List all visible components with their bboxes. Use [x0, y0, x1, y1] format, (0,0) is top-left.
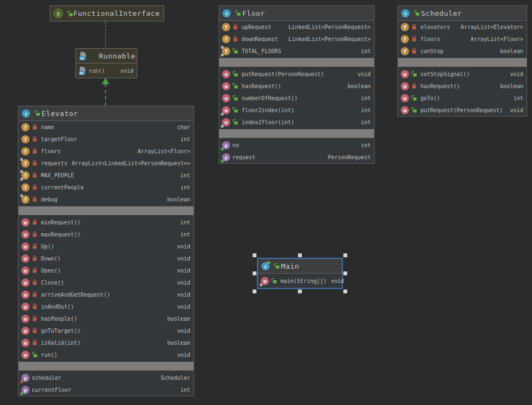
- method-row[interactable]: marriveAndGetRequest()void: [19, 288, 194, 300]
- class-node-main[interactable]: cMainmmain(String[])void: [257, 258, 343, 289]
- class-node-scheduler[interactable]: cSchedulerfelevatorsArrayList<Elevator>f…: [397, 5, 527, 117]
- class-header-main[interactable]: cMain: [258, 259, 342, 274]
- selection-handle[interactable]: [343, 290, 347, 293]
- method-row[interactable]: mminRequest()int: [19, 216, 194, 228]
- method-row[interactable]: mhasRequest()boolean: [398, 80, 527, 92]
- selection-handle[interactable]: [253, 290, 256, 293]
- compiled-row[interactable]: 01run()void: [76, 63, 137, 78]
- field-icon: f: [21, 171, 30, 180]
- private-lock-icon: [32, 231, 38, 238]
- method-row[interactable]: mgoTo()int: [398, 92, 527, 104]
- class-header-runnable[interactable]: 01Runnable: [76, 49, 137, 63]
- field-row[interactable]: fupRequestLinkedList<PersonRequest>: [219, 21, 374, 33]
- method-row[interactable]: msetStopSignal()void: [398, 68, 527, 80]
- public-lock-icon: [232, 83, 238, 89]
- section-separator: [219, 58, 374, 67]
- class-node-floor[interactable]: cFloorfupRequestLinkedList<PersonRequest…: [219, 5, 375, 164]
- member-name: arriveAndGetRequest(): [41, 292, 110, 298]
- method-row[interactable]: mrun()void: [19, 349, 194, 361]
- field-icon: f: [21, 159, 30, 167]
- field-row[interactable]: felevatorsArrayList<Elevator>: [398, 21, 527, 33]
- private-lock-icon: [32, 136, 38, 142]
- method-row[interactable]: minAndOut()void: [19, 300, 194, 313]
- class-node-runnable[interactable]: 01Runnable01run()void: [75, 48, 137, 78]
- method-icon: m: [21, 230, 30, 239]
- field-row[interactable]: frequestsArrayList<LinkedList<PersonRequ…: [19, 157, 194, 169]
- method-row[interactable]: mgoToTarget()void: [19, 325, 194, 337]
- annotation-edge: [105, 21, 106, 48]
- member-name: goToTarget(): [41, 328, 80, 334]
- property-row[interactable]: pnoint: [219, 139, 374, 151]
- member-name: hasRequest(): [242, 83, 281, 89]
- class-node-functional-interface[interactable]: @FunctionalInterface: [50, 5, 164, 21]
- class-icon: c: [223, 9, 231, 18]
- member-name: TOTAL_FLOORS: [242, 48, 281, 54]
- selection-handle[interactable]: [298, 253, 302, 257]
- method-row[interactable]: mnumberOfRequest()int: [219, 92, 374, 104]
- public-lock-icon: [232, 107, 238, 113]
- selection-handle[interactable]: [253, 253, 256, 257]
- method-icon: m: [222, 82, 230, 90]
- member-name: currentPeople: [41, 184, 84, 190]
- class-title: Floor: [242, 9, 265, 18]
- method-row[interactable]: misValid(int)boolean: [19, 337, 194, 349]
- selection-handle[interactable]: [343, 271, 347, 275]
- field-row[interactable]: fcanStopboolean: [398, 45, 527, 57]
- section-separator: [398, 58, 527, 67]
- field-row[interactable]: fdebugboolean: [19, 193, 194, 205]
- field-row[interactable]: fTOTAL_FLOORSint: [219, 45, 374, 57]
- method-icon: m: [401, 82, 409, 90]
- member-name: floor2index(int): [242, 107, 294, 113]
- public-lock-icon: [414, 10, 420, 16]
- member-name: floors: [420, 36, 440, 42]
- member-name: hasRequest(): [420, 83, 460, 89]
- method-row[interactable]: mmaxRequest()int: [19, 228, 194, 240]
- method-row[interactable]: mhasRequest()boolean: [219, 80, 374, 92]
- class-header-functional-interface[interactable]: @FunctionalInterface: [50, 6, 163, 21]
- member-name: isValid(int): [41, 340, 80, 346]
- member-type: boolean: [496, 83, 523, 89]
- field-row[interactable]: ffloorsArrayList<Floor>: [19, 145, 194, 157]
- field-row[interactable]: fdownRequestLinkedList<PersonRequest>: [219, 33, 374, 45]
- method-row[interactable]: mindex2floor(int)int: [219, 116, 374, 128]
- selection-handle[interactable]: [253, 271, 256, 275]
- property-accessor-mark-icon: [221, 148, 224, 151]
- member-type: boolean: [163, 196, 190, 202]
- uml-diagram-canvas[interactable]: @FunctionalInterface01Runnable01run()voi…: [0, 0, 532, 405]
- method-row[interactable]: mUp()void: [19, 240, 194, 252]
- method-row[interactable]: mDown()void: [19, 252, 194, 264]
- class-header-floor[interactable]: cFloor: [219, 6, 374, 21]
- field-row[interactable]: fnamechar: [19, 121, 194, 133]
- field-row[interactable]: ffloorsArrayList<Floor>: [398, 33, 527, 45]
- class-header-scheduler[interactable]: cScheduler: [398, 6, 527, 21]
- member-name: Open(): [41, 268, 61, 274]
- field-row[interactable]: fMAX_PEOPLEint: [19, 169, 194, 181]
- method-row[interactable]: mhasPeople()boolean: [19, 313, 194, 325]
- property-row[interactable]: prequestPersonRequest: [219, 151, 374, 163]
- property-accessor-mark-icon: [20, 392, 23, 395]
- method-icon: m: [222, 70, 230, 78]
- property-row[interactable]: pcurrentFloorint: [19, 384, 194, 396]
- member-type: ArrayList<Elevator>: [457, 24, 523, 30]
- property-row[interactable]: pschedulerScheduler: [19, 372, 194, 384]
- compiled-class-icon: 01: [79, 52, 87, 60]
- member-type: int: [356, 119, 371, 125]
- member-type: boolean: [496, 48, 523, 54]
- selection-handle[interactable]: [343, 253, 347, 257]
- member-name: setStopSignal(): [420, 71, 470, 77]
- member-type: void: [173, 352, 190, 358]
- method-row[interactable]: mfloor2index(int)int: [219, 104, 374, 116]
- method-row[interactable]: mOpen()void: [19, 264, 194, 276]
- class-node-elevator[interactable]: cElevatorfnamecharftargetFloorintffloors…: [18, 106, 194, 396]
- method-row[interactable]: mputRequest(PersonRequest)void: [398, 104, 527, 116]
- field-row[interactable]: ftargetFloorint: [19, 133, 194, 145]
- section-separator: [19, 362, 194, 371]
- method-row[interactable]: mputRequest(PersonRequest)void: [219, 68, 374, 80]
- class-header-elevator[interactable]: cElevator: [19, 106, 194, 121]
- method-row[interactable]: mClose()void: [19, 276, 194, 288]
- member-name: currentFloor: [32, 387, 71, 393]
- selection-handle[interactable]: [298, 290, 302, 293]
- member-type: ArrayList<Floor>: [466, 36, 523, 42]
- method-row[interactable]: mmain(String[])void: [258, 274, 342, 288]
- field-row[interactable]: fcurrentPeopleint: [19, 181, 194, 193]
